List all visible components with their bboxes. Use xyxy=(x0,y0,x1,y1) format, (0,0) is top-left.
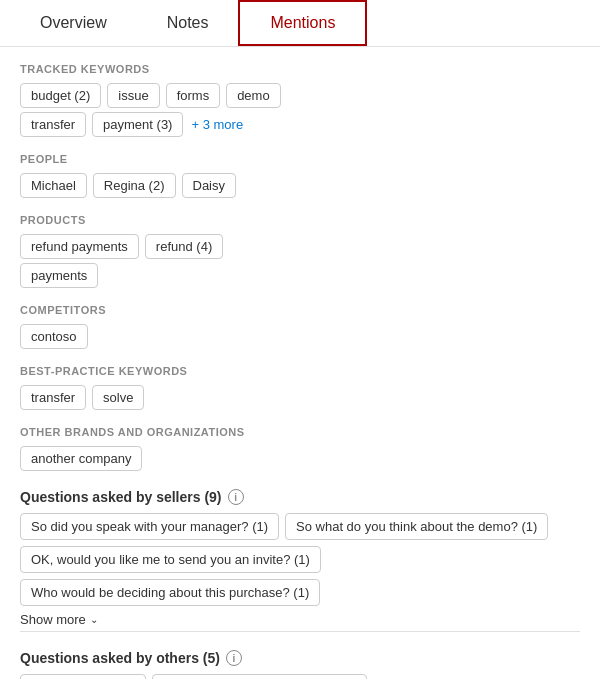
tag-another-company[interactable]: another company xyxy=(20,446,142,471)
questions-sellers-label: Questions asked by sellers (9) xyxy=(20,489,222,505)
question-tag-hierarchy[interactable]: Are you supporting hierarchy? (1) xyxy=(152,674,367,679)
tag-transfer[interactable]: transfer xyxy=(20,112,86,137)
people-tags: Michael Regina (2) Daisy xyxy=(20,173,580,198)
tag-forms[interactable]: forms xyxy=(166,83,221,108)
section-products: PRODUCTS xyxy=(20,214,580,226)
questions-sellers-tags-row1: So did you speak with your manager? (1) … xyxy=(20,513,580,540)
tag-transfer-bp[interactable]: transfer xyxy=(20,385,86,410)
questions-others-header: Questions asked by others (5) i xyxy=(20,650,580,666)
section-people: PEOPLE xyxy=(20,153,580,165)
section-best-practice: BEST-PRACTICE KEYWORDS xyxy=(20,365,580,377)
best-practice-tags: transfer solve xyxy=(20,385,580,410)
tag-refund-payments[interactable]: refund payments xyxy=(20,234,139,259)
tracked-keywords-tags-row2: transfer payment (3) + 3 more xyxy=(20,112,580,137)
questions-sellers-header: Questions asked by sellers (9) i xyxy=(20,489,580,505)
question-tag-invite[interactable]: OK, would you like me to send you an inv… xyxy=(20,546,321,573)
main-content: TRACKED KEYWORDS budget (2) issue forms … xyxy=(0,47,600,679)
other-brands-tags: another company xyxy=(20,446,580,471)
questions-sellers-info-icon[interactable]: i xyxy=(228,489,244,505)
tab-mentions[interactable]: Mentions xyxy=(238,0,367,46)
show-more-label: Show more xyxy=(20,612,86,627)
question-tag-why-so[interactable]: Yeah, why so? (1) xyxy=(20,674,146,679)
tag-michael[interactable]: Michael xyxy=(20,173,87,198)
tab-bar: Overview Notes Mentions xyxy=(0,0,600,47)
tag-solve[interactable]: solve xyxy=(92,385,144,410)
tag-demo[interactable]: demo xyxy=(226,83,281,108)
tag-contoso[interactable]: contoso xyxy=(20,324,88,349)
question-tag-manager[interactable]: So did you speak with your manager? (1) xyxy=(20,513,279,540)
tag-refund[interactable]: refund (4) xyxy=(145,234,223,259)
section-other-brands: OTHER BRANDS AND ORGANIZATIONS xyxy=(20,426,580,438)
tag-issue[interactable]: issue xyxy=(107,83,159,108)
questions-others-tags: Yeah, why so? (1) Are you supporting hie… xyxy=(20,674,580,679)
more-keywords-button[interactable]: + 3 more xyxy=(189,112,245,137)
question-tag-demo[interactable]: So what do you think about the demo? (1) xyxy=(285,513,548,540)
chevron-down-icon: ⌄ xyxy=(90,614,98,625)
show-more-button[interactable]: Show more ⌄ xyxy=(20,612,98,627)
competitors-tags: contoso xyxy=(20,324,580,349)
tag-regina[interactable]: Regina (2) xyxy=(93,173,176,198)
tab-notes[interactable]: Notes xyxy=(137,0,239,46)
tracked-keywords-tags: budget (2) issue forms demo xyxy=(20,83,580,108)
question-tag-purchase[interactable]: Who would be deciding about this purchas… xyxy=(20,579,320,606)
tag-daisy[interactable]: Daisy xyxy=(182,173,237,198)
tag-payment[interactable]: payment (3) xyxy=(92,112,183,137)
questions-others-label: Questions asked by others (5) xyxy=(20,650,220,666)
tag-payments[interactable]: payments xyxy=(20,263,98,288)
products-tags-row2: payments xyxy=(20,263,580,288)
questions-sellers-tags-row2: OK, would you like me to send you an inv… xyxy=(20,546,580,606)
products-tags-row1: refund payments refund (4) xyxy=(20,234,580,259)
section-tracked-keywords: TRACKED KEYWORDS xyxy=(20,63,580,75)
tab-overview[interactable]: Overview xyxy=(10,0,137,46)
tag-budget[interactable]: budget (2) xyxy=(20,83,101,108)
section-competitors: COMPETITORS xyxy=(20,304,580,316)
questions-others-info-icon[interactable]: i xyxy=(226,650,242,666)
divider xyxy=(20,631,580,632)
